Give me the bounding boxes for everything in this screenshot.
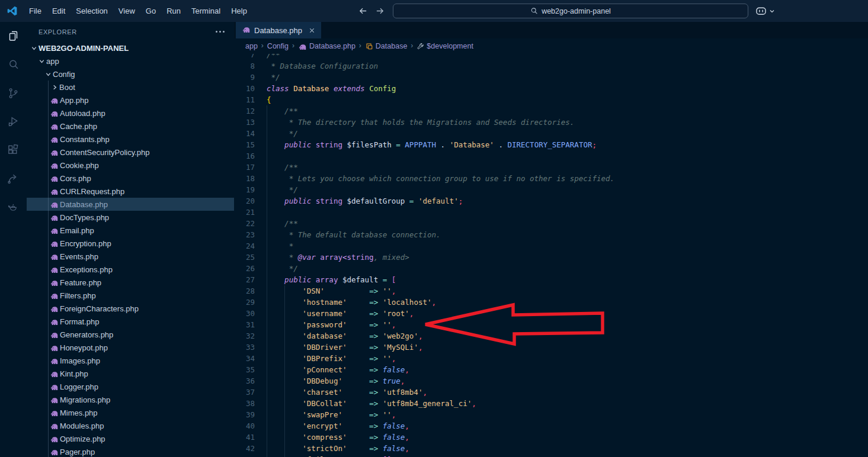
code-line-12[interactable]: 12 /** [234,105,868,117]
breadcrumb-config[interactable]: Config [267,42,289,50]
activity-run-and-debug-icon[interactable] [0,107,27,136]
code-line-10[interactable]: 10class Database extends Config [234,83,868,94]
breadcrumb-database[interactable]: Database [365,42,408,50]
tree-item-format-php[interactable]: Format.php [27,315,234,328]
tab-database-php[interactable]: Database.php [236,22,321,38]
code-line-24[interactable]: 24 * [234,240,868,252]
tree-item-cookie-php[interactable]: Cookie.php [27,159,234,172]
activity-search-icon[interactable] [0,50,27,79]
close-icon[interactable] [308,27,316,34]
breadcrumb-database-php[interactable]: Database.php [298,42,355,50]
code-line-40[interactable]: 40 'encrypt' => false, [234,420,868,432]
nav-back-icon[interactable] [358,6,368,16]
code-line-35[interactable]: 35 'pConnect' => false, [234,364,868,375]
code-editor[interactable]: 7/**8 * Database Configuration9 */10clas… [234,54,868,457]
tree-item-filters-php[interactable]: Filters.php [27,289,234,302]
tree-item-config[interactable]: Config [27,67,234,81]
tree-item-logger-php[interactable]: Logger.php [27,380,234,393]
tree-item-events-php[interactable]: Events.php [27,250,234,263]
tree-item-migrations-php[interactable]: Migrations.php [27,393,234,406]
code-line-15[interactable]: 15 public string $filesPath = APPPATH . … [234,139,868,150]
tree-item-exceptions-php[interactable]: Exceptions.php [27,263,234,276]
menu-run[interactable]: Run [161,4,186,18]
tree-item-cors-php[interactable]: Cors.php [27,172,234,185]
tree-item-curlrequest-php[interactable]: CURLRequest.php [27,185,234,198]
tree-item-boot[interactable]: Boot [27,81,234,94]
code-line-8[interactable]: 8 * Database Configuration [234,60,868,72]
nav-forward-icon[interactable] [375,6,385,16]
code-line-21[interactable]: 21 [234,207,868,218]
code-line-7[interactable]: 7/** [234,54,868,60]
code-line-19[interactable]: 19 */ [234,184,868,195]
breadcrumb-app[interactable]: app [245,42,258,50]
tree-item-kint-php[interactable]: Kint.php [27,367,234,380]
tree-item-generators-php[interactable]: Generators.php [27,328,234,341]
code-line-31[interactable]: 31 'password' => '', [234,319,868,330]
menu-terminal[interactable]: Terminal [186,4,226,18]
activity-lamp-icon[interactable] [0,192,27,221]
code-line-43[interactable]: 43 'failover' => [], [234,454,868,457]
command-center-search[interactable]: web2go-admin-panel [393,4,748,18]
code-line-39[interactable]: 39 'swapPre' => '', [234,409,868,420]
code-line-20[interactable]: 20 public string $defaultGroup = 'defaul… [234,195,868,207]
tree-item-constants-php[interactable]: Constants.php [27,133,234,146]
code-line-38[interactable]: 38 'DBCollat' => 'utf8mb4_general_ci', [234,398,868,409]
code-line-37[interactable]: 37 'charset' => 'utf8mb4', [234,387,868,398]
tree-item-honeypot-php[interactable]: Honeypot.php [27,341,234,354]
menu-help[interactable]: Help [226,4,252,18]
php-file-icon [50,201,60,208]
code-line-9[interactable]: 9 */ [234,72,868,83]
tree-item-label: Kint.php [60,369,88,378]
tree-item-foreigncharacters-php[interactable]: ForeignCharacters.php [27,302,234,315]
tree-item-app-php[interactable]: App.php [27,94,234,107]
code-line-36[interactable]: 36 'DBDebug' => true, [234,375,868,387]
menu-view[interactable]: View [113,4,140,18]
breadcrumb--development[interactable]: $development [417,42,473,50]
code-line-18[interactable]: 18 * Lets you choose which connection gr… [234,173,868,184]
tree-item-pager-php[interactable]: Pager.php [27,445,234,457]
tree-item-modules-php[interactable]: Modules.php [27,419,234,432]
activity-share-icon[interactable] [0,164,27,192]
tree-root-web2go-admin-panel[interactable]: WEB2GO-ADMIN-PANEL [27,41,234,54]
tree-item-app[interactable]: app [27,54,234,67]
tree-item-optimize-php[interactable]: Optimize.php [27,432,234,445]
more-actions-icon[interactable] [216,31,225,33]
code-line-34[interactable]: 34 'DBPrefix' => '', [234,353,868,364]
code-line-32[interactable]: 32 'database' => 'web2go', [234,330,868,342]
activity-source-control-icon[interactable] [0,79,27,107]
menu-edit[interactable]: Edit [47,4,71,18]
chevron-down-icon[interactable] [768,8,776,15]
tree-item-mimes-php[interactable]: Mimes.php [27,406,234,419]
code-line-11[interactable]: 11{ [234,94,868,105]
activity-explorer-icon[interactable] [0,22,27,50]
tree-item-images-php[interactable]: Images.php [27,354,234,367]
tree-item-email-php[interactable]: Email.php [27,224,234,237]
code-line-41[interactable]: 41 'compress' => false, [234,432,868,443]
code-line-30[interactable]: 30 'username' => 'root', [234,308,868,319]
menu-selection[interactable]: Selection [71,4,113,18]
code-line-33[interactable]: 33 'DBDriver' => 'MySQLi', [234,342,868,353]
code-line-22[interactable]: 22 /** [234,218,868,229]
code-line-16[interactable]: 16 [234,150,868,162]
tree-item-database-php[interactable]: Database.php [27,198,234,211]
code-line-29[interactable]: 29 'hostname' => 'localhost', [234,297,868,308]
code-line-14[interactable]: 14 */ [234,128,868,139]
code-line-28[interactable]: 28 'DSN' => '', [234,285,868,297]
code-line-17[interactable]: 17 /** [234,162,868,173]
tree-item-autoload-php[interactable]: Autoload.php [27,107,234,120]
code-line-27[interactable]: 27 public array $default = [ [234,274,868,285]
code-line-26[interactable]: 26 */ [234,263,868,274]
tree-item-encryption-php[interactable]: Encryption.php [27,237,234,250]
code-line-23[interactable]: 23 * The default database connection. [234,229,868,240]
code-line-42[interactable]: 42 'strictOn' => false, [234,443,868,454]
tree-item-contentsecuritypolicy-php[interactable]: ContentSecurityPolicy.php [27,146,234,159]
tree-item-feature-php[interactable]: Feature.php [27,276,234,289]
menu-file[interactable]: File [24,4,47,18]
activity-extensions-icon[interactable] [0,136,27,164]
tree-item-cache-php[interactable]: Cache.php [27,120,234,133]
code-line-13[interactable]: 13 * The directory that holds the Migrat… [234,117,868,128]
copilot-icon[interactable] [755,6,767,16]
code-line-25[interactable]: 25 * @var array<string, mixed> [234,252,868,263]
tree-item-doctypes-php[interactable]: DocTypes.php [27,211,234,224]
menu-go[interactable]: Go [140,4,161,18]
